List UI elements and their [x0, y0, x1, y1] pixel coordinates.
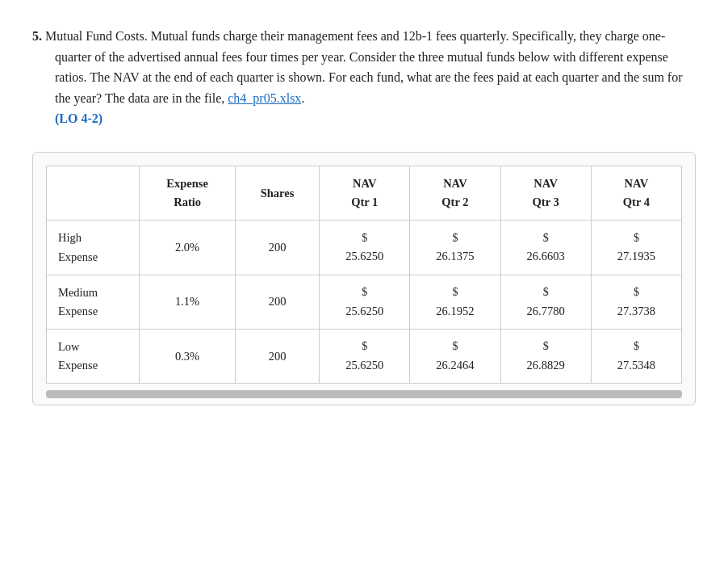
header-nav-q2: NAV Qtr 2 — [410, 166, 500, 220]
mutual-fund-table: Expense Ratio Shares NAV Qtr 1 NAV Qtr 2… — [46, 166, 682, 384]
nav-q2-0: $ 26.1375 — [410, 220, 500, 275]
row-label-1: Medium Expense — [47, 275, 140, 329]
header-nav-q3: NAV Qtr 3 — [500, 166, 591, 220]
nav-q4-2: $ 27.5348 — [591, 330, 681, 384]
scrollbar-thumb[interactable] — [46, 390, 682, 398]
header-shares: Shares — [235, 166, 319, 220]
expense-ratio-2: 0.3% — [140, 330, 236, 384]
nav-q4-0: $ 27.1935 — [591, 220, 681, 275]
nav-q1-2: $ 25.6250 — [320, 330, 410, 384]
nav-q3-0: $ 26.6603 — [500, 220, 591, 275]
shares-2: 200 — [235, 330, 319, 384]
table-row: High Expense 2.0% 200 $ 25.6250 $ 26.137… — [47, 220, 682, 275]
expense-ratio-0: 2.0% — [140, 220, 236, 275]
row-label-2: Low Expense — [47, 330, 140, 384]
nav-q3-2: $ 26.8829 — [500, 330, 591, 384]
nav-q3-1: $ 26.7780 — [500, 275, 591, 329]
table-container: Expense Ratio Shares NAV Qtr 1 NAV Qtr 2… — [32, 152, 696, 406]
row-label-0: High Expense — [47, 220, 140, 275]
horizontal-scrollbar[interactable] — [46, 390, 682, 398]
header-nav-q4: NAV Qtr 4 — [591, 166, 681, 220]
data-file-link[interactable]: ch4_pr05.xlsx — [228, 91, 301, 105]
table-row: Low Expense 0.3% 200 $ 25.6250 $ 26.2464… — [47, 330, 682, 384]
nav-q1-0: $ 25.6250 — [320, 220, 410, 275]
nav-q1-1: $ 25.6250 — [320, 275, 410, 329]
problem-block: 5. Mutual Fund Costs. Mutual funds charg… — [32, 26, 696, 405]
shares-1: 200 — [235, 275, 319, 329]
problem-body: Mutual funds charge their management fee… — [55, 29, 683, 105]
problem-text: 5. Mutual Fund Costs. Mutual funds charg… — [32, 26, 696, 129]
shares-0: 200 — [235, 220, 319, 275]
nav-q4-1: $ 27.3738 — [591, 275, 681, 329]
problem-number: 5. — [32, 29, 42, 43]
header-label-col — [47, 166, 140, 220]
problem-title: Mutual Fund Costs. — [45, 29, 148, 43]
header-expense-ratio: Expense Ratio — [140, 166, 236, 220]
end-punctuation: . — [301, 91, 304, 105]
nav-q2-2: $ 26.2464 — [410, 330, 500, 384]
lo-reference: (LO 4-2) — [55, 111, 103, 125]
nav-q2-1: $ 26.1952 — [410, 275, 500, 329]
header-nav-q1: NAV Qtr 1 — [320, 166, 410, 220]
table-row: Medium Expense 1.1% 200 $ 25.6250 $ 26.1… — [47, 275, 682, 329]
expense-ratio-1: 1.1% — [140, 275, 236, 329]
